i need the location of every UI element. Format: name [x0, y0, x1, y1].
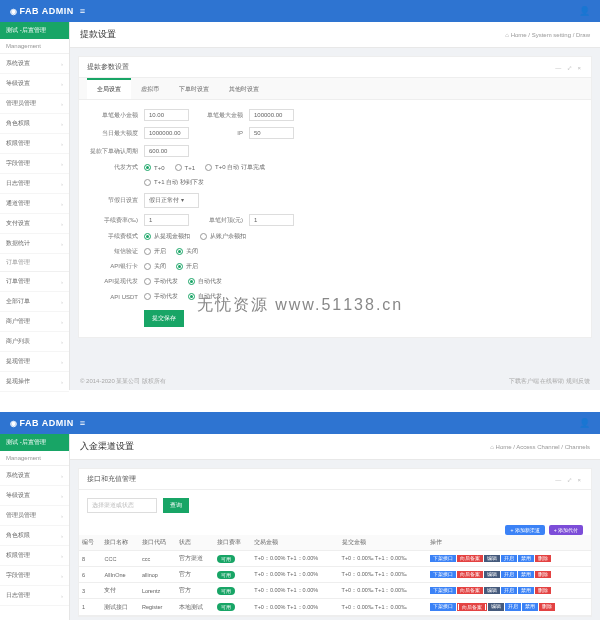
table-row: 6AllInOneallinop官方可用T+0：0.00% T+1：0.00%T…: [79, 567, 591, 583]
sidebar-item[interactable]: 商户列表›: [0, 332, 69, 352]
submit-button[interactable]: 提交保存: [144, 310, 184, 327]
sidebar-item[interactable]: 管理员管理›: [0, 506, 69, 526]
menu-toggle-icon[interactable]: ≡: [80, 6, 85, 16]
page-header: 提款设置 ⌂ Home / System setting / Draw: [70, 22, 600, 48]
label: 节假日设置: [89, 196, 144, 205]
th-rate[interactable]: 接口费率: [214, 535, 251, 551]
panel-tools[interactable]: — ⤢ ×: [555, 476, 583, 483]
th-code[interactable]: 接口代码: [139, 535, 176, 551]
tab-global[interactable]: 全局设置: [87, 78, 131, 99]
main-content: 提款设置 ⌂ Home / System setting / Draw 提款参数…: [70, 22, 600, 390]
th-status[interactable]: 状态: [176, 535, 213, 551]
settings-panel: 提款参数设置— ⤢ × 全局设置 虚拟币 下单时设置 其他时设置 单笔最小金额1…: [78, 56, 592, 338]
brand-text: FAB ADMIN: [20, 6, 74, 16]
row-ops[interactable]: 下架接口向后备案编辑开启禁用删除: [430, 587, 588, 594]
radio-bank-open[interactable]: 开启: [176, 262, 198, 271]
sidebar-item[interactable]: 提现管理›: [0, 352, 69, 372]
add-channel-button[interactable]: + 添加新渠道: [505, 525, 544, 535]
status-badge: 可用: [217, 555, 235, 563]
radio-api-auto[interactable]: 自动代发: [188, 277, 222, 286]
th-ops[interactable]: 操作: [427, 535, 591, 551]
row-ops[interactable]: 下架接口向后备案编辑开启禁用删除: [430, 603, 588, 611]
sidebar-item[interactable]: 商户管理›: [0, 312, 69, 332]
user-icon[interactable]: 👤: [579, 418, 590, 428]
sidebar-item[interactable]: 日志管理›: [0, 174, 69, 194]
tab-bar: 全局设置 虚拟币 下单时设置 其他时设置: [79, 78, 591, 100]
radio-usdt-manual[interactable]: 手动代发: [144, 292, 178, 301]
sidebar-group-label: 订单管理: [0, 254, 69, 272]
radio-fee-inner[interactable]: 从提现金额扣: [144, 232, 190, 241]
radio-sms-off[interactable]: 关闭: [176, 247, 198, 256]
panel-title: 接口和充值管理: [87, 474, 136, 484]
footer-links[interactable]: 下载客户端 在线帮助 规则反馈: [509, 377, 590, 386]
status-badge: 可用: [217, 587, 235, 595]
sidebar-item[interactable]: 系统设置›: [0, 54, 69, 74]
label: 单笔最大金额: [204, 111, 249, 120]
label: 当日最大额度: [89, 129, 144, 138]
radio-fee-outer[interactable]: 从账户余额扣: [200, 232, 246, 241]
search-input[interactable]: 选择渠道或状态: [87, 498, 157, 513]
tab-other[interactable]: 其他时设置: [219, 78, 269, 99]
sidebar-item[interactable]: 订单管理›: [0, 272, 69, 292]
breadcrumb: ⌂ Home / System setting / Draw: [505, 32, 590, 38]
row-ops[interactable]: 下架接口向后备案编辑开启禁用删除: [430, 571, 588, 578]
hours-input[interactable]: 600.00: [144, 145, 189, 157]
label: 代发方式: [89, 163, 144, 172]
radio-t1b[interactable]: T+1 自动 秒到下发: [144, 178, 204, 187]
sidebar-item[interactable]: 通道管理›: [0, 194, 69, 214]
daily-max-input[interactable]: 1000000.00: [144, 127, 189, 139]
top-bar: ◉FAB ADMIN≡ 👤: [0, 0, 600, 22]
sidebar: 测试 -后置管理 Management 系统设置› 等级设置› 管理员管理› 角…: [0, 434, 70, 620]
sidebar-item[interactable]: 等级设置›: [0, 74, 69, 94]
add-payout-button[interactable]: + 添加代付: [549, 525, 583, 535]
cap-input[interactable]: 1: [249, 214, 294, 226]
panel-header: 提款参数设置— ⤢ ×: [79, 57, 591, 78]
th-id[interactable]: 编号: [79, 535, 101, 551]
footer: © 2014-2020 某某公司 版权所有下载客户端 在线帮助 规则反馈: [70, 373, 600, 390]
fee-input[interactable]: 1: [144, 214, 189, 226]
menu-toggle-icon[interactable]: ≡: [80, 418, 85, 428]
sidebar-item[interactable]: 日志管理›: [0, 586, 69, 606]
sidebar-header: 测试 -后置管理: [0, 434, 69, 451]
row-ops[interactable]: 下架接口向后备案编辑开启禁用删除: [430, 555, 588, 562]
holiday-select[interactable]: 假日正常付 ▾: [144, 193, 199, 208]
th-name[interactable]: 接口名称: [101, 535, 138, 551]
filter-bar: 选择渠道或状态 查询: [79, 490, 591, 521]
user-icon[interactable]: 👤: [579, 6, 590, 16]
sidebar-item[interactable]: 提现操作›: [0, 372, 69, 392]
radio-api-manual[interactable]: 手动代发: [144, 277, 178, 286]
label: IP: [204, 130, 249, 136]
panel-tools[interactable]: — ⤢ ×: [555, 64, 583, 71]
th-sub[interactable]: 提交金额: [339, 535, 428, 551]
radio-bank-close[interactable]: 关闭: [144, 262, 166, 271]
sidebar-item[interactable]: 管理员管理›: [0, 94, 69, 114]
tab-crypto[interactable]: 虚拟币: [131, 78, 169, 99]
min-amount-input[interactable]: 10.00: [144, 109, 189, 121]
sidebar-item[interactable]: 权限管理›: [0, 134, 69, 154]
th-tx[interactable]: 交易金额: [251, 535, 338, 551]
radio-sms-on[interactable]: 开启: [144, 247, 166, 256]
sidebar-group-label: Management: [0, 451, 69, 466]
sidebar-item[interactable]: 系统设置›: [0, 466, 69, 486]
search-button[interactable]: 查询: [163, 498, 189, 513]
label: 手续费率(‰): [89, 216, 144, 225]
radio-t0[interactable]: T+0: [144, 164, 165, 171]
sidebar-item[interactable]: 角色权限›: [0, 526, 69, 546]
radio-t1[interactable]: T+1: [175, 164, 196, 171]
ip-input[interactable]: 50: [249, 127, 294, 139]
sidebar-item[interactable]: 权限管理›: [0, 546, 69, 566]
sidebar-item[interactable]: 字段管理›: [0, 566, 69, 586]
sidebar-item[interactable]: 全部订单›: [0, 292, 69, 312]
radio-usdt-auto[interactable]: 自动代发: [188, 292, 222, 301]
table-row: 3支付Lorentz官方可用T+0：0.00% T+1：0.00%T+0：0.0…: [79, 583, 591, 599]
copyright: © 2014-2020 某某公司 版权所有: [80, 377, 166, 386]
max-amount-input[interactable]: 100000.00: [249, 109, 294, 121]
radio-auto[interactable]: T+0 自动 订单完成: [205, 163, 265, 172]
sidebar-item[interactable]: 支付设置›: [0, 214, 69, 234]
sidebar-item[interactable]: 数据统计›: [0, 234, 69, 254]
label: 提款下单确认周期: [89, 147, 144, 156]
sidebar-item[interactable]: 等级设置›: [0, 486, 69, 506]
sidebar-item[interactable]: 字段管理›: [0, 154, 69, 174]
tab-order[interactable]: 下单时设置: [169, 78, 219, 99]
sidebar-item[interactable]: 角色权限›: [0, 114, 69, 134]
